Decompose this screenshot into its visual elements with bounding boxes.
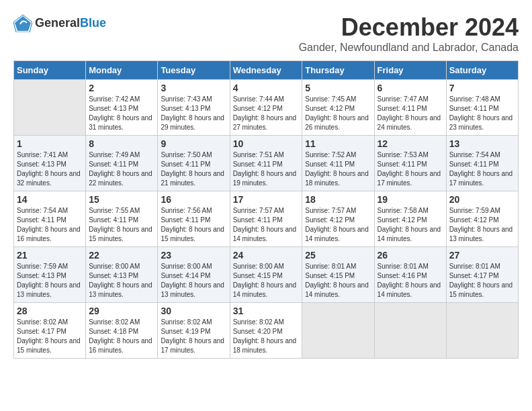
week-row-4: 28Sunrise: 8:02 AMSunset: 4:17 PMDayligh… xyxy=(14,303,519,359)
day-info: Sunrise: 7:50 AMSunset: 4:11 PMDaylight:… xyxy=(161,150,226,188)
day-number: 14 xyxy=(17,194,83,205)
weekday-friday: Friday xyxy=(374,61,446,80)
calendar-cell: 19Sunrise: 7:58 AMSunset: 4:12 PMDayligh… xyxy=(374,191,446,247)
day-info: Sunrise: 7:59 AMSunset: 4:12 PMDaylight:… xyxy=(449,206,515,244)
day-info: Sunrise: 8:02 AMSunset: 4:19 PMDaylight:… xyxy=(161,318,226,355)
day-info: Sunrise: 8:01 AMSunset: 4:15 PMDaylight:… xyxy=(305,262,371,300)
calendar-cell xyxy=(374,303,446,359)
calendar-cell xyxy=(302,303,374,359)
week-row-1: 1Sunrise: 7:41 AMSunset: 4:13 PMDaylight… xyxy=(14,136,519,191)
day-number: 5 xyxy=(305,83,371,93)
calendar-cell: 22Sunrise: 8:00 AMSunset: 4:13 PMDayligh… xyxy=(86,247,158,303)
calendar-cell: 17Sunrise: 7:57 AMSunset: 4:11 PMDayligh… xyxy=(230,191,302,247)
day-number: 30 xyxy=(161,306,226,316)
calendar-cell: 23Sunrise: 8:00 AMSunset: 4:14 PMDayligh… xyxy=(158,247,230,303)
calendar-cell: 11Sunrise: 7:52 AMSunset: 4:11 PMDayligh… xyxy=(302,136,374,191)
day-info: Sunrise: 7:57 AMSunset: 4:11 PMDaylight:… xyxy=(233,206,300,244)
calendar-cell: 2Sunrise: 7:42 AMSunset: 4:13 PMDaylight… xyxy=(86,80,158,136)
day-number: 2 xyxy=(89,83,154,93)
weekday-sunday: Sunday xyxy=(14,61,86,80)
calendar-cell: 13Sunrise: 7:54 AMSunset: 4:11 PMDayligh… xyxy=(446,136,518,191)
day-info: Sunrise: 8:01 AMSunset: 4:16 PMDaylight:… xyxy=(378,262,443,300)
day-number: 25 xyxy=(305,250,371,261)
day-info: Sunrise: 8:02 AMSunset: 4:17 PMDaylight:… xyxy=(17,318,83,355)
logo: GeneralBlue xyxy=(13,13,106,32)
calendar-cell: 31Sunrise: 8:02 AMSunset: 4:20 PMDayligh… xyxy=(230,303,302,359)
day-info: Sunrise: 7:58 AMSunset: 4:12 PMDaylight:… xyxy=(378,206,443,244)
day-info: Sunrise: 7:53 AMSunset: 4:11 PMDaylight:… xyxy=(378,150,443,188)
calendar-cell: 5Sunrise: 7:45 AMSunset: 4:12 PMDaylight… xyxy=(302,80,374,136)
day-info: Sunrise: 8:02 AMSunset: 4:20 PMDaylight:… xyxy=(233,318,300,355)
logo-icon xyxy=(13,13,32,32)
day-number: 7 xyxy=(449,83,515,93)
day-number: 20 xyxy=(449,194,515,205)
day-info: Sunrise: 8:00 AMSunset: 4:14 PMDaylight:… xyxy=(161,262,226,300)
day-number: 8 xyxy=(89,138,154,149)
day-info: Sunrise: 7:42 AMSunset: 4:13 PMDaylight:… xyxy=(89,95,154,132)
day-number: 13 xyxy=(449,138,515,149)
weekday-thursday: Thursday xyxy=(302,61,374,80)
week-row-0: 2Sunrise: 7:42 AMSunset: 4:13 PMDaylight… xyxy=(14,80,519,136)
calendar-cell: 7Sunrise: 7:48 AMSunset: 4:11 PMDaylight… xyxy=(446,80,518,136)
calendar-cell xyxy=(446,303,518,359)
logo-text: GeneralBlue xyxy=(35,16,106,30)
day-number: 16 xyxy=(161,194,226,205)
weekday-monday: Monday xyxy=(86,61,158,80)
day-number: 22 xyxy=(89,250,154,261)
day-info: Sunrise: 7:52 AMSunset: 4:11 PMDaylight:… xyxy=(305,150,371,188)
page-header: GeneralBlue December 2024 Gander, Newfou… xyxy=(13,13,519,54)
calendar-cell: 4Sunrise: 7:44 AMSunset: 4:12 PMDaylight… xyxy=(230,80,302,136)
day-info: Sunrise: 7:51 AMSunset: 4:11 PMDaylight:… xyxy=(233,150,300,188)
day-info: Sunrise: 7:55 AMSunset: 4:11 PMDaylight:… xyxy=(89,206,154,244)
calendar-cell: 9Sunrise: 7:50 AMSunset: 4:11 PMDaylight… xyxy=(158,136,230,191)
day-info: Sunrise: 7:43 AMSunset: 4:13 PMDaylight:… xyxy=(161,95,226,132)
day-number: 21 xyxy=(17,250,83,261)
calendar-cell: 12Sunrise: 7:53 AMSunset: 4:11 PMDayligh… xyxy=(374,136,446,191)
day-info: Sunrise: 8:00 AMSunset: 4:15 PMDaylight:… xyxy=(233,262,300,300)
day-number: 3 xyxy=(161,83,226,93)
day-info: Sunrise: 7:54 AMSunset: 4:11 PMDaylight:… xyxy=(449,150,515,188)
week-row-3: 21Sunrise: 7:59 AMSunset: 4:13 PMDayligh… xyxy=(14,247,519,303)
calendar-cell: 3Sunrise: 7:43 AMSunset: 4:13 PMDaylight… xyxy=(158,80,230,136)
day-number: 29 xyxy=(89,306,154,316)
calendar-cell: 25Sunrise: 8:01 AMSunset: 4:15 PMDayligh… xyxy=(302,247,374,303)
day-number: 18 xyxy=(305,194,371,205)
calendar-cell: 24Sunrise: 8:00 AMSunset: 4:15 PMDayligh… xyxy=(230,247,302,303)
day-number: 19 xyxy=(378,194,443,205)
day-info: Sunrise: 8:02 AMSunset: 4:18 PMDaylight:… xyxy=(89,318,154,355)
day-info: Sunrise: 7:49 AMSunset: 4:11 PMDaylight:… xyxy=(89,150,154,188)
day-info: Sunrise: 7:44 AMSunset: 4:12 PMDaylight:… xyxy=(233,95,300,132)
calendar-cell: 26Sunrise: 8:01 AMSunset: 4:16 PMDayligh… xyxy=(374,247,446,303)
day-number: 9 xyxy=(161,138,226,149)
svg-marker-0 xyxy=(15,16,31,31)
calendar-cell: 28Sunrise: 8:02 AMSunset: 4:17 PMDayligh… xyxy=(14,303,86,359)
day-number: 17 xyxy=(233,194,300,205)
logo-blue: Blue xyxy=(80,16,106,30)
calendar-cell: 15Sunrise: 7:55 AMSunset: 4:11 PMDayligh… xyxy=(86,191,158,247)
calendar-cell: 20Sunrise: 7:59 AMSunset: 4:12 PMDayligh… xyxy=(446,191,518,247)
day-info: Sunrise: 8:00 AMSunset: 4:13 PMDaylight:… xyxy=(89,262,154,300)
calendar-cell: 21Sunrise: 7:59 AMSunset: 4:13 PMDayligh… xyxy=(14,247,86,303)
calendar-cell xyxy=(14,80,86,136)
day-number: 31 xyxy=(233,306,300,316)
title-area: December 2024 Gander, Newfoundland and L… xyxy=(299,13,519,54)
day-number: 11 xyxy=(305,138,371,149)
month-title: December 2024 xyxy=(299,13,519,42)
calendar-cell: 29Sunrise: 8:02 AMSunset: 4:18 PMDayligh… xyxy=(86,303,158,359)
day-info: Sunrise: 7:57 AMSunset: 4:12 PMDaylight:… xyxy=(305,206,371,244)
calendar-cell: 1Sunrise: 7:41 AMSunset: 4:13 PMDaylight… xyxy=(14,136,86,191)
day-info: Sunrise: 7:54 AMSunset: 4:11 PMDaylight:… xyxy=(17,206,83,244)
week-row-2: 14Sunrise: 7:54 AMSunset: 4:11 PMDayligh… xyxy=(14,191,519,247)
calendar-cell: 14Sunrise: 7:54 AMSunset: 4:11 PMDayligh… xyxy=(14,191,86,247)
weekday-saturday: Saturday xyxy=(446,61,518,80)
day-number: 12 xyxy=(378,138,443,149)
weekday-wednesday: Wednesday xyxy=(230,61,302,80)
logo-general: General xyxy=(35,16,80,30)
day-number: 6 xyxy=(378,83,443,93)
day-info: Sunrise: 7:45 AMSunset: 4:12 PMDaylight:… xyxy=(305,95,371,132)
day-number: 28 xyxy=(17,306,83,316)
day-number: 23 xyxy=(161,250,226,261)
calendar-cell: 18Sunrise: 7:57 AMSunset: 4:12 PMDayligh… xyxy=(302,191,374,247)
day-number: 15 xyxy=(89,194,154,205)
day-number: 27 xyxy=(449,250,515,261)
